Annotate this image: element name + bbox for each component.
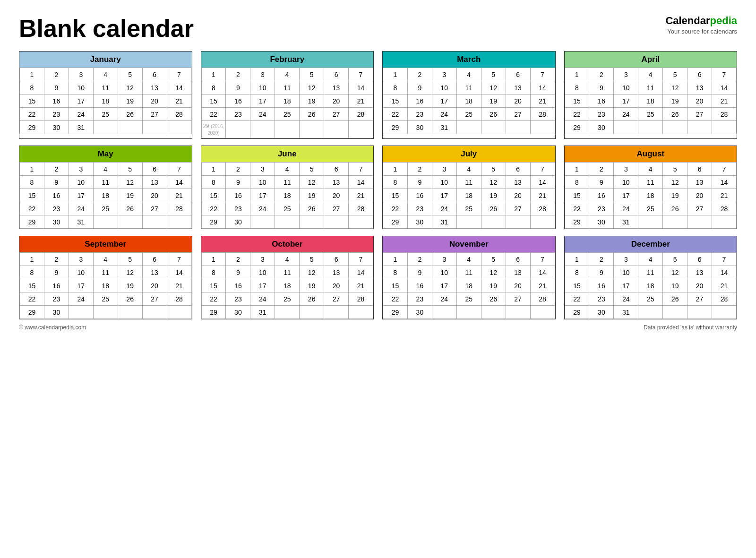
day-cell: 28 [530,202,555,215]
day-cell: 30 [44,215,69,229]
day-cell: 13 [142,176,167,189]
day-cell: 23 [44,108,69,121]
day-cell [432,306,456,319]
day-cell: 18 [638,94,663,108]
day-cell: 26 [300,202,324,215]
day-cell: 22 [20,108,44,121]
day-cell: 16 [589,279,614,292]
day-cell: 30 [589,215,614,229]
day-cell: 7 [530,163,555,176]
day-cell: 11 [456,176,481,189]
month-grid-december: 1234567891011121314151617181920212223242… [565,252,737,319]
day-cell: 9 [589,176,614,189]
table-row: 22232425262728 [565,292,737,306]
day-cell: 20 [142,279,167,292]
day-cell: 29 [20,215,44,229]
day-cell: 19 [663,94,687,108]
month-header-february: February [201,52,374,68]
day-cell: 11 [456,266,481,279]
day-cell: 21 [530,94,555,108]
day-cell [300,215,324,229]
day-cell: 31 [250,306,275,319]
day-cell: 12 [663,81,687,94]
day-cell: 6 [142,253,167,266]
day-cell: 10 [614,81,638,94]
month-header-september: September [19,236,192,252]
day-cell: 5 [118,163,142,176]
day-cell: 26 [118,292,142,306]
day-cell: 16 [407,279,432,292]
day-cell: 6 [506,68,530,81]
day-cell: 21 [712,279,737,292]
day-cell: 15 [201,279,226,292]
day-cell: 31 [69,121,93,134]
day-cell [250,215,275,229]
day-cell: 29 [383,306,408,319]
day-cell: 3 [69,163,93,176]
table-row: 293031 [565,215,737,229]
day-cell: 24 [69,202,93,215]
day-cell: 8 [201,176,226,189]
day-cell: 29 [20,121,44,134]
day-cell: 9 [407,176,432,189]
day-cell [456,215,481,229]
table-row: 891011121314 [383,176,555,189]
day-cell: 29 [383,121,408,134]
day-cell: 1 [201,253,226,266]
day-cell: 31 [432,121,456,134]
day-cell: 1 [565,253,589,266]
footer: © www.calendarpedia.com Data provided 'a… [19,324,737,331]
day-cell: 3 [250,68,275,81]
table-row: 2930 [565,121,737,134]
day-cell: 24 [250,292,275,306]
day-cell: 13 [506,81,530,94]
table-row: 2930 [201,215,373,229]
table-row: 15161718192021 [383,94,555,108]
day-cell: 14 [530,266,555,279]
day-cell: 4 [456,68,481,81]
day-cell: 19 [118,94,142,108]
day-cell: 27 [142,292,167,306]
month-grid-march: 1234567891011121314151617181920212223242… [383,68,555,134]
day-cell: 7 [349,163,373,176]
day-cell: 10 [614,176,638,189]
day-cell: 1 [20,68,44,81]
day-cell: 11 [456,81,481,94]
day-cell: 6 [506,163,530,176]
day-cell: 1 [201,68,226,81]
month-july: July123456789101112131415161718192021222… [382,146,556,229]
day-cell: 4 [93,163,118,176]
day-cell: 27 [687,202,712,215]
month-grid-july: 1234567891011121314151617181920212223242… [383,162,555,229]
month-grid-january: 1234567891011121314151617181920212223242… [19,68,192,134]
day-cell: 28 [167,108,191,121]
month-header-december: December [565,236,737,252]
calendars-grid: January123456789101112131415161718192021… [19,51,737,319]
day-cell: 5 [118,253,142,266]
day-cell: 30 [589,121,614,134]
day-cell: 25 [93,292,118,306]
table-row: 2930 [20,306,192,319]
day-cell: 23 [589,108,614,121]
day-cell: 15 [383,94,408,108]
day-cell: 17 [250,279,275,292]
day-cell: 17 [614,189,638,202]
day-cell: 19 [300,279,324,292]
day-cell: 22 [20,292,44,306]
day-cell: 10 [614,266,638,279]
day-cell: 28 [349,202,373,215]
day-cell: 13 [506,176,530,189]
day-cell: 7 [530,253,555,266]
day-cell: 25 [638,202,663,215]
day-cell: 4 [93,68,118,81]
day-cell: 9 [407,266,432,279]
day-cell: 14 [712,176,737,189]
day-cell: 13 [687,266,712,279]
day-cell: 14 [349,266,373,279]
day-cell: 20 [324,94,349,108]
day-cell: 14 [530,81,555,94]
day-cell: 5 [481,68,506,81]
day-cell: 31 [432,215,456,229]
day-cell [530,121,555,134]
day-cell: 30 [407,215,432,229]
